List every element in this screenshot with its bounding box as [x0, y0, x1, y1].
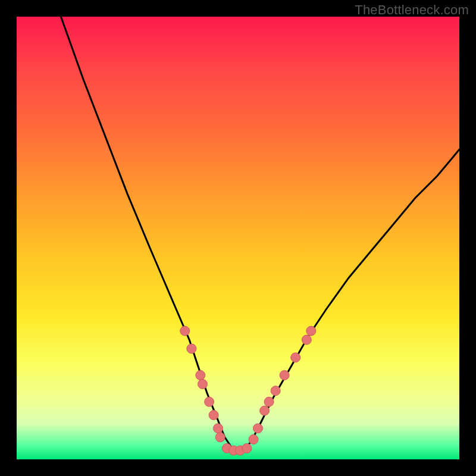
- chart-svg: [17, 17, 459, 459]
- marker-dot: [306, 326, 316, 336]
- marker-dot: [280, 371, 289, 380]
- bottleneck-curve: [61, 17, 459, 450]
- marker-dot: [205, 397, 214, 406]
- marker-dot: [187, 344, 196, 353]
- marker-dot: [249, 435, 258, 444]
- marker-dot: [264, 397, 274, 406]
- marker-dot: [271, 386, 280, 396]
- marker-dot: [291, 353, 300, 362]
- marker-dot: [196, 371, 205, 380]
- marker-dot: [215, 433, 225, 442]
- marker-dot: [198, 380, 208, 389]
- marker-dot: [209, 411, 218, 420]
- marker-dot: [242, 443, 252, 453]
- watermark-text: TheBottleneck.com: [355, 2, 469, 18]
- chart-frame: TheBottleneck.com: [0, 0, 476, 476]
- marker-dot: [253, 424, 263, 433]
- marker-dot: [180, 326, 190, 336]
- highlight-markers: [180, 326, 316, 455]
- marker-dot: [214, 424, 223, 433]
- plot-area: [17, 17, 459, 459]
- marker-dot: [260, 406, 270, 415]
- marker-dot: [302, 335, 311, 345]
